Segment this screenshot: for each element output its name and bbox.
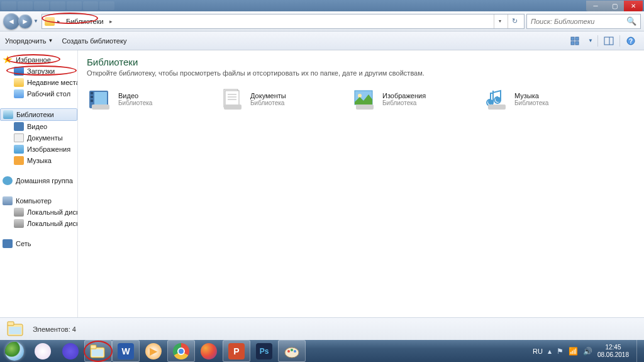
language-indicator[interactable]: RU: [533, 348, 543, 355]
tray-up-icon[interactable]: ▴: [548, 347, 552, 356]
nav-history-dropdown[interactable]: ▼: [32, 15, 40, 28]
sidebar-homegroup[interactable]: Домашняя группа: [0, 175, 77, 186]
homegroup-icon: [3, 176, 13, 185]
help-button[interactable]: ?: [623, 34, 639, 48]
taskbar: W ▶ P Ps RU ▴ ⚑ 📶 🔊 12:45 08.06.2018: [0, 340, 644, 362]
windows-orb-icon: [5, 342, 24, 361]
taskbar-wmp[interactable]: ▶: [140, 340, 167, 362]
documents-icon: [14, 133, 24, 142]
downloads-icon: [14, 67, 24, 76]
close-button[interactable]: ✕: [624, 1, 643, 11]
library-item-images[interactable]: Изображения Библиотека: [351, 86, 470, 112]
sidebar-video[interactable]: Видео: [0, 121, 77, 132]
svg-rect-13: [92, 105, 109, 110]
refresh-button[interactable]: ↻: [508, 14, 521, 28]
library-item-documents[interactable]: Документы Библиотека: [219, 86, 338, 112]
documents-library-icon: [219, 86, 245, 112]
page-title: Библиотеки: [87, 57, 635, 67]
sidebar-network[interactable]: Сеть: [0, 238, 77, 249]
sidebar-label: Библиотеки: [16, 111, 54, 118]
status-text: Элементов: 4: [33, 325, 76, 333]
chevron-down-icon: ▼: [48, 38, 53, 43]
sidebar-images[interactable]: Изображения: [0, 144, 77, 155]
video-library-icon: [87, 86, 113, 112]
address-row: ◄ ► ▼ ▸ Библиотеки ▸ ▾ ↻ 🔍: [0, 11, 644, 31]
breadcrumb-libraries[interactable]: Библиотеки: [63, 16, 107, 26]
sidebar-favorites-header[interactable]: Избранное: [0, 54, 77, 65]
preview-pane-button[interactable]: [601, 34, 617, 48]
new-library-button[interactable]: Создать библиотеку: [62, 37, 126, 45]
clock-date: 08.06.2018: [597, 351, 629, 359]
taskbar-yandex[interactable]: [29, 340, 57, 362]
taskbar-cortana[interactable]: [57, 340, 84, 362]
sidebar-libraries-header[interactable]: Библиотеки: [0, 108, 77, 121]
taskbar-powerpoint[interactable]: P: [223, 340, 250, 362]
svg-rect-9: [91, 92, 93, 94]
library-name: Видео: [118, 92, 152, 99]
forward-button[interactable]: ►: [18, 14, 32, 28]
start-button[interactable]: [0, 340, 29, 362]
sidebar-label: Локальный диск (C:: [27, 208, 78, 216]
status-bar: Элементов: 4: [0, 317, 644, 340]
sidebar-music[interactable]: Музыка: [0, 155, 77, 166]
sidebar-label: Документы: [27, 134, 63, 142]
svg-rect-0: [571, 37, 574, 40]
taskbar-photoshop[interactable]: Ps: [250, 340, 278, 362]
sidebar-disk-c[interactable]: Локальный диск (C:: [0, 206, 77, 218]
svg-point-34: [291, 349, 293, 351]
svg-rect-22: [356, 105, 374, 110]
sidebar-label: Избранное: [16, 56, 51, 64]
search-icon[interactable]: 🔍: [626, 16, 636, 26]
sidebar-recent[interactable]: Недавние места: [0, 77, 77, 88]
volume-icon[interactable]: 🔊: [583, 347, 592, 356]
chevron-icon[interactable]: ▸: [57, 18, 60, 25]
chevron-icon[interactable]: ▸: [109, 18, 113, 25]
svg-point-24: [496, 97, 501, 102]
svg-rect-30: [91, 345, 96, 349]
taskbar-word[interactable]: W: [112, 340, 140, 362]
search-box[interactable]: 🔍: [526, 14, 641, 29]
taskbar-paint[interactable]: [278, 340, 306, 362]
library-item-music[interactable]: Музыка Библиотека: [483, 86, 602, 112]
library-type: Библиотека: [514, 99, 548, 106]
sidebar-computer-header[interactable]: Компьютер: [0, 195, 77, 206]
desktop-icon: [14, 89, 24, 98]
back-button[interactable]: ◄: [3, 13, 19, 30]
show-desktop-button[interactable]: [636, 340, 643, 362]
disk-icon: [14, 219, 24, 228]
sidebar: Избранное Загрузки Недавние места Рабочи…: [0, 50, 78, 317]
sidebar-desktop[interactable]: Рабочий стол: [0, 88, 77, 99]
sidebar-documents[interactable]: Документы: [0, 132, 77, 144]
library-type: Библиотека: [118, 99, 152, 106]
sidebar-label: Видео: [27, 123, 47, 130]
library-name: Документы: [250, 92, 286, 99]
computer-icon: [3, 196, 13, 205]
organize-button[interactable]: Упорядочить ▼: [5, 37, 53, 45]
taskbar-explorer[interactable]: [84, 340, 112, 362]
library-item-video[interactable]: Видео Библиотека: [87, 86, 206, 112]
sidebar-downloads[interactable]: Загрузки: [0, 65, 77, 77]
action-center-icon[interactable]: ⚑: [557, 347, 564, 356]
svg-point-33: [287, 350, 290, 353]
address-dropdown[interactable]: ▾: [494, 14, 505, 28]
svg-rect-3: [575, 42, 579, 45]
organize-label: Упорядочить: [5, 37, 46, 45]
music-icon: [14, 156, 24, 165]
taskbar-firefox[interactable]: [195, 340, 223, 362]
sidebar-label: Сеть: [16, 240, 31, 247]
view-button[interactable]: [567, 34, 584, 48]
view-dropdown[interactable]: ▼: [586, 34, 595, 48]
clock[interactable]: 12:45 08.06.2018: [597, 344, 631, 359]
library-name: Музыка: [514, 92, 548, 99]
search-input[interactable]: [531, 18, 626, 25]
sidebar-disk-d[interactable]: Локальный диск (D:: [0, 218, 77, 229]
svg-rect-27: [8, 322, 14, 325]
svg-rect-19: [224, 105, 242, 110]
status-icon: [6, 320, 26, 338]
address-bar[interactable]: ▸ Библиотеки ▸ ▾ ↻: [42, 14, 525, 29]
network-icon[interactable]: 📶: [569, 347, 578, 356]
taskbar-chrome[interactable]: [167, 340, 195, 362]
maximize-button[interactable]: ▢: [605, 1, 624, 11]
location-icon: [45, 17, 55, 26]
minimize-button[interactable]: ─: [586, 1, 605, 11]
